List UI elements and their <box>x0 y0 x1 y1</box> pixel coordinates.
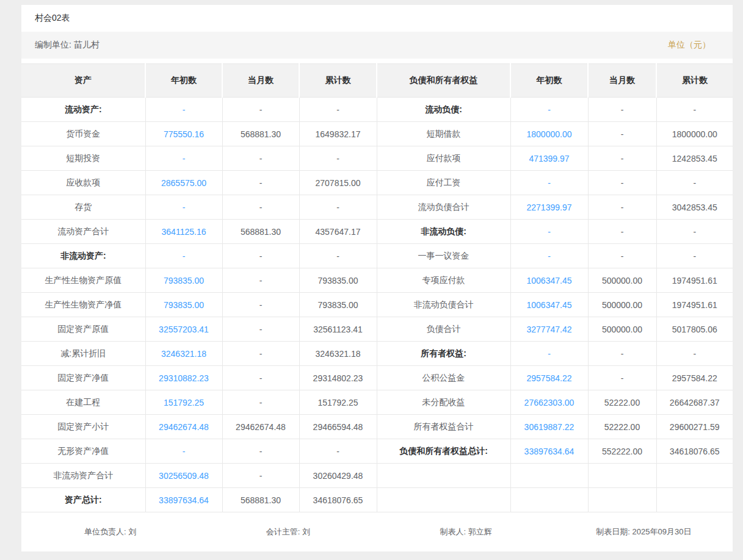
asset-name-cell: 短期投资 <box>21 146 145 171</box>
asset-month-cell: 568881.30 <box>222 220 299 244</box>
asset-total-cell: 29466594.48 <box>299 415 377 439</box>
header-current-month-2: 当月数 <box>588 64 656 98</box>
liability-month-cell: 500000.00 <box>588 293 656 317</box>
asset-begin-cell[interactable]: 3641125.16 <box>145 220 222 244</box>
asset-month-cell: - <box>222 146 299 171</box>
asset-begin-cell[interactable]: 2865575.00 <box>145 171 222 195</box>
asset-begin-cell[interactable]: 793835.00 <box>145 268 222 293</box>
table-row: 资产总计:33897634.64568881.3034618076.65 <box>21 488 733 512</box>
asset-month-cell: 568881.30 <box>222 488 299 512</box>
asset-month-cell: - <box>222 342 299 366</box>
asset-total-cell: 2707815.00 <box>299 171 377 195</box>
asset-begin-cell[interactable]: 793835.00 <box>145 293 222 317</box>
asset-begin-cell[interactable]: 3246321.18 <box>145 342 222 366</box>
liability-total-cell: 26642687.37 <box>656 390 733 415</box>
asset-name-cell: 生产性生物资产原值 <box>21 268 145 293</box>
asset-month-cell: 568881.30 <box>222 122 299 146</box>
liability-begin-cell[interactable]: 33897634.64 <box>510 439 588 464</box>
liability-name-cell: 一事一议资金 <box>377 244 510 268</box>
liability-begin-cell[interactable]: 1006347.45 <box>510 268 588 293</box>
asset-name-cell: 固定资产净值 <box>21 366 145 390</box>
asset-total-cell: - <box>299 244 377 268</box>
unit-head-label: 单位负责人: 刘 <box>21 526 199 537</box>
liability-begin-cell[interactable]: - <box>510 220 588 244</box>
liability-total-cell: - <box>656 98 733 122</box>
asset-begin-cell[interactable]: 151792.25 <box>145 390 222 415</box>
preparer-label: 制表人: 郭立辉 <box>377 526 555 537</box>
liability-total-cell: - <box>656 220 733 244</box>
liability-begin-cell[interactable]: - <box>510 98 588 122</box>
header-cumulative: 累计数 <box>299 64 377 98</box>
liability-total-cell: 29600271.59 <box>656 415 733 439</box>
asset-begin-cell[interactable]: 775550.16 <box>145 122 222 146</box>
asset-total-cell: - <box>299 195 377 220</box>
asset-month-cell: - <box>222 195 299 220</box>
liability-month-cell: - <box>588 146 656 171</box>
table-row: 短期投资---应付款项471399.97-1242853.45 <box>21 146 733 171</box>
table-row: 非流动资产合计30256509.48-30260429.48 <box>21 464 733 488</box>
asset-begin-cell[interactable]: - <box>145 195 222 220</box>
table-row: 在建工程151792.25-151792.25未分配收益27662303.005… <box>21 390 733 415</box>
liability-begin-cell[interactable]: 27662303.00 <box>510 390 588 415</box>
asset-begin-cell[interactable]: 33897634.64 <box>145 488 222 512</box>
asset-month-cell: - <box>222 293 299 317</box>
liability-month-cell: 52222.00 <box>588 390 656 415</box>
report-date-label: 制表日期: 2025年09月30日 <box>555 526 733 537</box>
asset-total-cell: 151792.25 <box>299 390 377 415</box>
liability-begin-cell[interactable]: - <box>510 171 588 195</box>
asset-month-cell: - <box>222 244 299 268</box>
asset-total-cell: - <box>299 98 377 122</box>
liability-month-cell: - <box>588 122 656 146</box>
liability-begin-cell[interactable]: 2957584.22 <box>510 366 588 390</box>
liability-total-cell: 3042853.45 <box>656 195 733 220</box>
asset-month-cell: - <box>222 390 299 415</box>
liability-total-cell: - <box>656 244 733 268</box>
liability-month-cell: - <box>588 342 656 366</box>
liability-month-cell: 500000.00 <box>588 317 656 342</box>
asset-begin-cell[interactable]: 30256509.48 <box>145 464 222 488</box>
accounting-supervisor-label: 会计主管: 刘 <box>199 526 377 537</box>
asset-name-cell: 非流动资产合计 <box>21 464 145 488</box>
liability-total-cell: 1974951.61 <box>656 293 733 317</box>
liability-begin-cell[interactable]: 471399.97 <box>510 146 588 171</box>
liability-month-cell: 52222.00 <box>588 415 656 439</box>
asset-month-cell: - <box>222 464 299 488</box>
asset-begin-cell[interactable]: - <box>145 146 222 171</box>
asset-total-cell: 3246321.18 <box>299 342 377 366</box>
liability-month-cell: - <box>588 195 656 220</box>
asset-total-cell: 4357647.17 <box>299 220 377 244</box>
asset-begin-cell[interactable]: 32557203.41 <box>145 317 222 342</box>
liability-month-cell <box>588 488 656 512</box>
liability-name-cell: 所有者权益合计 <box>377 415 510 439</box>
liability-name-cell: 专项应付款 <box>377 268 510 293</box>
liability-begin-cell[interactable]: 1006347.45 <box>510 293 588 317</box>
balance-table-body: 流动资产:---流动负债:---货币资金775550.16568881.3016… <box>21 98 733 512</box>
table-row: 减:累计折旧3246321.18-3246321.18所有者权益:--- <box>21 342 733 366</box>
asset-begin-cell[interactable]: - <box>145 244 222 268</box>
liability-total-cell: 1242853.45 <box>656 146 733 171</box>
table-header-row: 资产 年初数 当月数 累计数 负债和所有者权益 年初数 当月数 累计数 <box>21 64 733 98</box>
table-row: 存货---流动负债合计2271399.97-3042853.45 <box>21 195 733 220</box>
asset-name-cell: 应收款项 <box>21 171 145 195</box>
asset-month-cell: - <box>222 366 299 390</box>
asset-begin-cell[interactable]: - <box>145 439 222 464</box>
asset-total-cell: - <box>299 146 377 171</box>
table-row: 生产性生物资产原值793835.00-793835.00专项应付款1006347… <box>21 268 733 293</box>
table-row: 固定资产小计29462674.4829462674.4829466594.48所… <box>21 415 733 439</box>
liability-begin-cell[interactable]: - <box>510 342 588 366</box>
liability-month-cell: 552222.00 <box>588 439 656 464</box>
page-title: 村会02表 <box>35 13 70 24</box>
asset-begin-cell[interactable]: 29462674.48 <box>145 415 222 439</box>
liability-begin-cell[interactable]: - <box>510 244 588 268</box>
prepared-by-label: 编制单位: 苗儿村 <box>35 40 100 51</box>
table-row: 无形资产净值---负债和所有者权益总计:33897634.64552222.00… <box>21 439 733 464</box>
asset-begin-cell[interactable]: 29310882.23 <box>145 366 222 390</box>
liability-begin-cell[interactable]: 3277747.42 <box>510 317 588 342</box>
asset-name-cell: 减:累计折旧 <box>21 342 145 366</box>
liability-begin-cell[interactable]: 2271399.97 <box>510 195 588 220</box>
liability-month-cell: - <box>588 366 656 390</box>
asset-begin-cell[interactable]: - <box>145 98 222 122</box>
liability-name-cell: 非流动负债: <box>377 220 510 244</box>
liability-begin-cell[interactable]: 30619887.22 <box>510 415 588 439</box>
liability-begin-cell[interactable]: 1800000.00 <box>510 122 588 146</box>
